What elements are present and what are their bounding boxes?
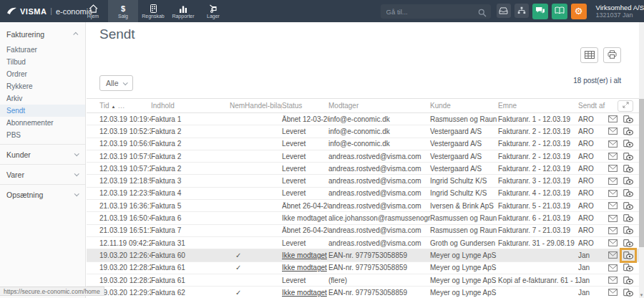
table-row[interactable]: 12.03.19 10:57:01Faktura 2Leveretandreas… xyxy=(87,150,639,163)
send-email-icon[interactable] xyxy=(608,277,618,284)
table-row[interactable]: 19.03.20 12:29:36Faktura 62✓Ikke modtage… xyxy=(87,287,639,298)
column-header-kunde[interactable]: Kunde xyxy=(430,102,498,110)
send-email-icon[interactable] xyxy=(608,264,618,271)
table-row[interactable]: 12.03.19 12:18:52Faktura 3Leveretandreas… xyxy=(87,175,639,187)
chat-button[interactable] xyxy=(532,4,548,19)
column-header-sendt-af[interactable]: Sendt af xyxy=(578,102,607,110)
table-row[interactable]: 21.03.19 16:51:16Faktura 7Åbnet 26-04-20… xyxy=(87,225,639,237)
nav-salg[interactable]: $ Salg xyxy=(108,0,138,22)
cell-kunde: Iversen & Brink ApS xyxy=(430,202,498,210)
column-header-emne[interactable]: Emne xyxy=(498,102,578,110)
cell-status: Ikke modtaget xyxy=(282,251,328,259)
sidebar-item-tilbud[interactable]: Tilbud xyxy=(0,56,85,68)
sidebar-item-pbs[interactable]: PBS xyxy=(0,129,85,141)
cell-sendt-af: ARO xyxy=(578,165,607,173)
table-view-button[interactable] xyxy=(580,47,598,63)
status-link[interactable]: Ikke modtaget xyxy=(282,289,327,297)
column-header-tid[interactable]: Tid▲… xyxy=(99,102,151,110)
view-document-icon[interactable] xyxy=(623,226,633,234)
settings-button[interactable]: ⚙ xyxy=(571,4,587,19)
send-email-icon[interactable] xyxy=(608,128,618,135)
scroll-down-arrow-icon[interactable]: ▼ xyxy=(639,293,644,297)
view-document-icon[interactable] xyxy=(623,277,633,284)
view-document-icon[interactable] xyxy=(623,264,633,271)
send-email-icon[interactable] xyxy=(608,189,618,197)
nav-hjem[interactable]: Hjem xyxy=(78,0,108,22)
sidebar-section-fakturering[interactable]: Fakturering xyxy=(0,27,85,41)
sidebar-section-varer[interactable]: Varer xyxy=(0,168,85,181)
status-link[interactable]: Ikke modtaget xyxy=(282,251,327,259)
view-document-icon[interactable] xyxy=(623,128,633,135)
column-header-status[interactable]: Status xyxy=(282,102,328,110)
send-email-icon[interactable] xyxy=(608,165,618,173)
view-document-icon[interactable] xyxy=(623,177,633,185)
send-email-icon[interactable] xyxy=(608,153,618,160)
table-row[interactable]: 12.03.19 10:52:33Faktura 2Leveretinfo@e-… xyxy=(87,125,639,138)
sidebar-item-sendt[interactable]: Sendt xyxy=(0,105,85,117)
cell-status: Åbnet 26-04-2019 xyxy=(282,226,328,234)
sidebar-item-arkiv[interactable]: Arkiv xyxy=(0,92,85,105)
view-document-icon[interactable] xyxy=(623,165,633,173)
view-document-icon[interactable] xyxy=(623,239,633,247)
sidebar-item-rykkere[interactable]: Rykkere xyxy=(0,80,85,92)
view-document-icon[interactable] xyxy=(623,115,633,123)
column-header-indhold[interactable]: Indhold xyxy=(151,102,230,110)
table-row[interactable]: 12.03.19 12:23:53Faktura 4Leveretandreas… xyxy=(87,188,639,200)
view-document-icon[interactable] xyxy=(623,289,633,297)
status-link[interactable]: Ikke modtaget xyxy=(282,264,327,271)
filter-dropdown[interactable]: Alle xyxy=(99,75,133,91)
sidebar-item-fakturaer[interactable]: Fakturaer xyxy=(0,44,85,56)
view-document-icon[interactable] xyxy=(623,251,633,259)
table-row[interactable]: 19.03.20 12:28:24Faktura 61Leveret(flere… xyxy=(87,274,639,287)
scrollbar-thumb[interactable] xyxy=(639,99,644,247)
column-header-nemhandel[interactable]: NemHandel-bilag xyxy=(230,102,282,110)
table-row[interactable]: 21.03.19 16:36:11Faktura 5Åbnet 26-04-20… xyxy=(87,200,639,212)
sidebar-section-opsaetning[interactable]: Opsætning xyxy=(0,188,85,201)
send-email-icon[interactable] xyxy=(608,289,618,297)
view-document-icon[interactable] xyxy=(623,153,633,160)
inbox-button[interactable] xyxy=(497,4,511,18)
cell-sendt-af: ARO xyxy=(578,115,607,123)
cell-emne: Fakturanr. 5 - 21.03.19 xyxy=(498,202,578,210)
nav-lager[interactable]: Lager xyxy=(198,0,228,22)
view-document-icon[interactable] xyxy=(623,189,633,197)
send-email-icon[interactable] xyxy=(608,226,618,234)
sidebar-section-kunder[interactable]: Kunder xyxy=(0,148,85,161)
sidebar-item-ordrer[interactable]: Ordrer xyxy=(0,68,85,80)
column-menu-icon[interactable]: … xyxy=(117,102,125,110)
help-book-button[interactable] xyxy=(552,4,567,19)
sidebar-item-abonnementer[interactable]: Abonnementer xyxy=(0,117,85,129)
apps-button[interactable] xyxy=(514,4,529,18)
send-email-icon[interactable] xyxy=(608,177,618,185)
table-row[interactable]: 12.03.19 10:56:02Faktura 2Leveretinfo@e-… xyxy=(87,138,639,150)
table-row[interactable]: 19.03.20 12:26:45Faktura 60✓Ikke modtage… xyxy=(87,249,639,261)
account-info[interactable]: Virksomhed A/S 1321037 Jan xyxy=(596,4,644,19)
table-row[interactable]: 19.03.20 12:28:23Faktura 61✓Ikke modtage… xyxy=(87,262,639,274)
table-row[interactable]: 12.03.19 10:19:41Faktura 1Åbnet 12-03-20… xyxy=(87,113,639,125)
view-document-icon[interactable] xyxy=(623,202,633,210)
view-document-icon[interactable] xyxy=(623,214,633,222)
nav-rapporter[interactable]: Rapporter xyxy=(168,0,198,22)
vertical-scrollbar[interactable]: ▼ xyxy=(639,22,644,298)
search-input[interactable] xyxy=(381,4,491,19)
table-row[interactable]: 12.11.19 09:42:28Faktura 31Leveretandrea… xyxy=(87,237,639,249)
send-email-icon[interactable] xyxy=(608,251,618,259)
table-row[interactable]: 12.03.19 10:57:26Faktura 2Leveretandreas… xyxy=(87,163,639,175)
table-row[interactable]: 21.03.19 16:50:43Faktura 6Ikke modtageta… xyxy=(87,212,639,224)
cell-status: Leveret xyxy=(282,239,328,247)
column-header-modtager[interactable]: Modtager xyxy=(328,102,430,110)
send-email-icon[interactable] xyxy=(608,140,618,148)
nav-regnskab[interactable]: Regnskab xyxy=(138,0,168,22)
print-button[interactable] xyxy=(603,47,621,63)
expand-table-button[interactable] xyxy=(618,100,633,112)
cell-indhold: Faktura 60 xyxy=(151,251,230,259)
view-document-icon[interactable] xyxy=(623,140,633,148)
page-title: Sendt xyxy=(99,27,135,42)
send-email-icon[interactable] xyxy=(608,115,618,123)
send-email-icon[interactable] xyxy=(608,202,618,210)
record-count-link[interactable]: 18 post(er) i alt xyxy=(573,77,621,85)
visma-logo[interactable]: VISMA | e-conomic xyxy=(0,5,78,18)
send-email-icon[interactable] xyxy=(608,214,618,222)
cell-sendt-af: ARO xyxy=(578,153,607,160)
send-email-icon[interactable] xyxy=(608,239,618,247)
